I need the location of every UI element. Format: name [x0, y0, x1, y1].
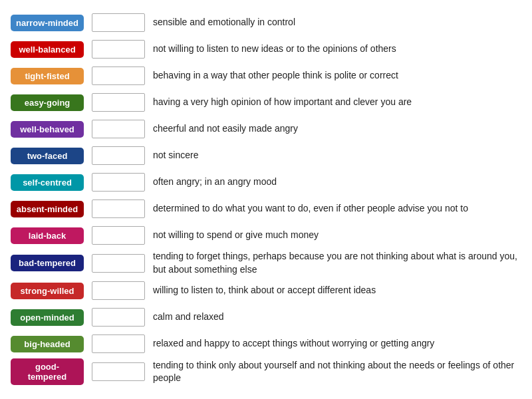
definition-11: calm and relaxed [153, 311, 224, 324]
match-row: two-facednot sincere [11, 144, 521, 168]
match-row: narrow-mindedsensible and emotionally in… [11, 11, 521, 35]
match-row: bad-temperedtending to forget things, pe… [11, 250, 521, 276]
term-button-big-headed[interactable]: big-headed [11, 336, 84, 352]
term-button-tight-fisted[interactable]: tight-fisted [11, 68, 84, 84]
answer-input-5[interactable] [92, 146, 145, 165]
answer-input-3[interactable] [92, 93, 145, 112]
definition-10: willing to listen to, think about or acc… [153, 284, 376, 297]
definition-13: tending to think only about yourself and… [153, 359, 521, 385]
definition-8: not willing to spend or give much money [153, 229, 319, 242]
match-row: easy-goinghaving a very high opinion of … [11, 90, 521, 114]
term-button-open-minded[interactable]: open-minded [11, 309, 84, 326]
answer-input-6[interactable] [92, 173, 145, 192]
match-row: self-centredoften angry; in an angry moo… [11, 170, 521, 194]
answer-input-13[interactable] [92, 362, 145, 381]
term-button-two-faced[interactable]: two-faced [11, 148, 84, 164]
answer-input-12[interactable] [92, 334, 145, 353]
term-button-self-centred[interactable]: self-centred [11, 174, 84, 191]
match-row: tight-fistedbehaving in a way that other… [11, 64, 521, 88]
match-row: laid-backnot willing to spend or give mu… [11, 223, 521, 247]
definition-12: relaxed and happy to accept things witho… [153, 337, 434, 350]
term-button-absent-minded[interactable]: absent-minded [11, 201, 84, 217]
definition-7: determined to do what you want to do, ev… [153, 202, 468, 215]
definition-4: cheerful and not easily made angry [153, 122, 298, 136]
term-button-laid-back[interactable]: laid-back [11, 227, 84, 244]
matching-exercise: narrow-mindedsensible and emotionally in… [11, 11, 521, 385]
term-button-easy-going[interactable]: easy-going [11, 94, 84, 111]
definition-0: sensible and emotionally in control [153, 16, 295, 29]
match-row: good-temperedtending to think only about… [11, 358, 521, 385]
answer-input-0[interactable] [92, 13, 145, 32]
match-row: strong-willedwilling to listen to, think… [11, 279, 521, 303]
answer-input-8[interactable] [92, 226, 145, 245]
match-row: well-behavedcheerful and not easily made… [11, 117, 521, 141]
match-row: open-mindedcalm and relaxed [11, 305, 521, 329]
term-button-well-behaved[interactable]: well-behaved [11, 121, 84, 138]
answer-input-1[interactable] [92, 40, 145, 59]
answer-input-7[interactable] [92, 200, 145, 218]
definition-1: not willing to listen to new ideas or to… [153, 43, 396, 56]
definition-6: often angry; in an angry mood [153, 176, 277, 189]
term-button-strong-willed[interactable]: strong-willed [11, 283, 84, 299]
answer-input-2[interactable] [92, 66, 145, 85]
answer-input-9[interactable] [92, 254, 145, 273]
match-row: big-headedrelaxed and happy to accept th… [11, 332, 521, 356]
match-row: well-balancednot willing to listen to ne… [11, 37, 521, 61]
answer-input-4[interactable] [92, 120, 145, 138]
answer-input-11[interactable] [92, 308, 145, 327]
definition-2: behaving in a way that other people thin… [153, 69, 398, 82]
term-button-well-balanced[interactable]: well-balanced [11, 41, 84, 58]
definition-5: not sincere [153, 149, 198, 162]
definition-3: having a very high opinion of how import… [153, 96, 412, 109]
term-button-good-tempered[interactable]: good-tempered [11, 358, 84, 385]
term-button-narrow-minded[interactable]: narrow-minded [11, 15, 84, 31]
definition-9: tending to forget things, perhaps becaus… [153, 250, 521, 276]
match-row: absent-mindeddetermined to do what you w… [11, 197, 521, 221]
term-button-bad-tempered[interactable]: bad-tempered [11, 255, 84, 271]
answer-input-10[interactable] [92, 281, 145, 300]
